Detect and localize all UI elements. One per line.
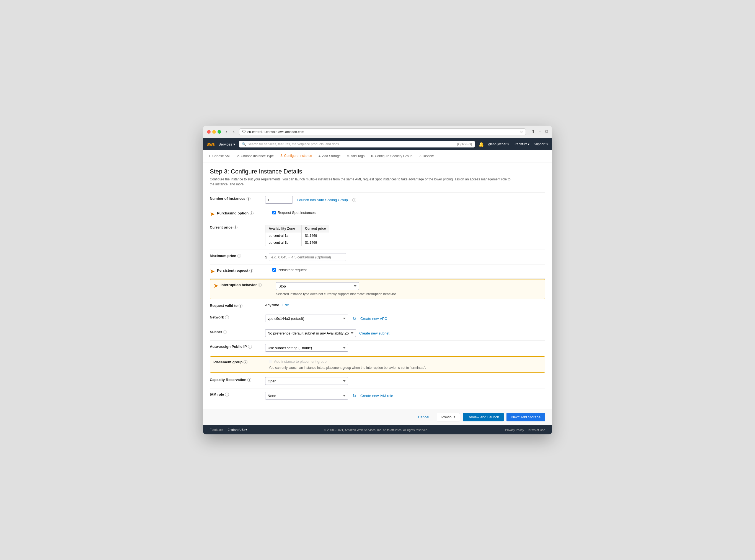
bell-icon[interactable]: 🔔 <box>478 142 484 147</box>
subnet-select[interactable]: No preference (default subnet in any Ava… <box>265 329 356 337</box>
az-value-1: eu-central-1a <box>265 233 301 239</box>
launch-asg-info-icon[interactable]: i <box>352 198 356 202</box>
spot-instances-checkbox-label[interactable]: Request Spot instances <box>272 211 316 215</box>
network-value-col: vpc-c9c144a3 (default) ↻ Create new VPC <box>265 315 545 322</box>
auto-assign-ip-row: Auto-assign Public IP i Use subnet setti… <box>210 341 545 355</box>
user-menu[interactable]: glenn.jocher ▾ <box>489 142 509 146</box>
step-4[interactable]: 4. Add Storage <box>319 153 340 159</box>
region-menu[interactable]: Frankfurt ▾ <box>513 142 529 146</box>
iam-role-info-icon[interactable]: i <box>225 393 229 397</box>
max-price-row: Maximum price i $ <box>210 250 545 264</box>
address-bar[interactable]: 🛡 eu-central-1.console.aws.amazon.com ↻ <box>239 128 526 135</box>
purchasing-option-value-col: Request Spot instances <box>272 211 545 215</box>
network-info-icon[interactable]: i <box>225 315 229 319</box>
placement-group-warning-text: You can only launch an instance into a p… <box>269 366 426 369</box>
purchasing-option-label: Purchasing option i <box>217 211 272 215</box>
auto-assign-ip-select[interactable]: Use subnet setting (Enable) Enable Disab… <box>265 344 348 352</box>
capacity-reservation-info-icon[interactable]: i <box>247 378 251 382</box>
placement-group-checkbox-label[interactable]: Add instance to placement group <box>269 359 326 363</box>
iam-role-row: IAM role i None ↻ Create new IAM role <box>210 388 545 403</box>
num-instances-label: Number of instances i <box>210 196 265 201</box>
subnet-row: Subnet i No preference (default subnet i… <box>210 326 545 341</box>
new-tab-icon[interactable]: ＋ <box>538 129 542 135</box>
refresh-iam-icon[interactable]: ↻ <box>352 393 357 398</box>
interruption-behavior-info-icon[interactable]: i <box>258 283 262 287</box>
interruption-behavior-select[interactable]: Stop Terminate Hibernate <box>276 282 359 290</box>
step-6[interactable]: 6. Configure Security Group <box>371 153 412 159</box>
auto-assign-ip-value-col: Use subnet setting (Enable) Enable Disab… <box>265 344 545 352</box>
step-1[interactable]: 1. Choose AMI <box>209 153 231 159</box>
step-7[interactable]: 7. Review <box>419 153 434 159</box>
max-price-info-icon[interactable]: i <box>237 254 241 258</box>
edit-link[interactable]: Edit <box>282 303 289 307</box>
forward-button[interactable]: › <box>231 129 236 135</box>
share-icon[interactable]: ⬆ <box>531 129 535 135</box>
form-section: Number of instances i Launch into Auto S… <box>210 192 545 403</box>
privacy-link[interactable]: Privacy Policy <box>505 428 524 432</box>
maximize-button[interactable] <box>218 130 221 134</box>
url-text: eu-central-1.console.aws.amazon.com <box>247 130 304 134</box>
traffic-lights <box>207 130 221 134</box>
interruption-arrow-icon: ➤ <box>213 282 218 289</box>
step-3[interactable]: 3. Configure Instance <box>280 153 312 159</box>
feedback-link[interactable]: Feedback <box>210 428 223 432</box>
num-instances-info-icon[interactable]: i <box>246 197 251 201</box>
footer-right: Privacy Policy Terms of Use <box>505 428 545 432</box>
support-menu[interactable]: Support ▾ <box>534 142 548 146</box>
network-select[interactable]: vpc-c9c144a3 (default) <box>265 315 348 322</box>
iam-role-select[interactable]: None <box>265 392 348 400</box>
num-instances-input[interactable] <box>265 196 293 204</box>
purchasing-option-info-icon[interactable]: i <box>250 212 254 215</box>
aws-search-bar[interactable]: 🔍 Search for services, features, marketp… <box>239 141 474 147</box>
request-valid-value-col: Any time Edit <box>265 303 545 307</box>
previous-button[interactable]: Previous <box>437 413 460 421</box>
capacity-reservation-select[interactable]: Open <box>265 377 348 385</box>
step-2[interactable]: 2. Choose Instance Type <box>237 153 274 159</box>
review-launch-button[interactable]: Review and Launch <box>463 413 504 421</box>
launch-asg-link[interactable]: Launch into Auto Scaling Group <box>297 198 348 202</box>
interruption-behavior-label: Interruption behavior i <box>221 282 276 287</box>
request-valid-info-icon[interactable]: i <box>239 304 242 308</box>
terms-link[interactable]: Terms of Use <box>527 428 545 432</box>
create-subnet-link[interactable]: Create new subnet <box>359 331 390 335</box>
create-iam-link[interactable]: Create new IAM role <box>360 394 393 398</box>
refresh-vpc-icon[interactable]: ↻ <box>352 316 357 321</box>
windows-icon[interactable]: ⧉ <box>545 129 548 135</box>
current-price-value-col: Availability Zone Current price eu-centr… <box>265 225 545 246</box>
num-instances-row: Number of instances i Launch into Auto S… <box>210 193 545 207</box>
az-value-2: eu-central-1b <box>265 239 301 246</box>
max-price-input[interactable] <box>269 253 346 261</box>
persistent-request-info-icon[interactable]: i <box>250 269 253 273</box>
persistent-checkbox[interactable] <box>272 268 276 272</box>
max-price-label: Maximum price i <box>210 253 265 258</box>
browser-window: ‹ › 🛡 eu-central-1.console.aws.amazon.co… <box>203 126 552 434</box>
subnet-info-icon[interactable]: i <box>223 330 227 334</box>
interruption-warning-text: Selected instance type does not currentl… <box>276 292 397 296</box>
max-price-value-col: $ <box>265 253 545 261</box>
persistent-checkbox-label[interactable]: Persistent request <box>272 268 307 272</box>
steps-bar: 1. Choose AMI 2. Choose Instance Type 3.… <box>203 150 552 162</box>
price-row-1: eu-central-1a $1.1469 <box>265 233 329 239</box>
persistent-arrow-icon: ➤ <box>210 268 215 275</box>
services-menu[interactable]: Services ▾ <box>218 142 235 146</box>
create-vpc-link[interactable]: Create new VPC <box>360 317 387 321</box>
next-storage-button[interactable]: Next: Add Storage <box>506 413 545 421</box>
back-button[interactable]: ‹ <box>224 129 229 135</box>
language-selector[interactable]: English (US) ▾ <box>227 428 247 432</box>
cancel-button[interactable]: Cancel <box>413 413 434 421</box>
refresh-icon[interactable]: ↻ <box>520 130 523 134</box>
minimize-button[interactable] <box>212 130 216 134</box>
step-5[interactable]: 5. Add Tags <box>347 153 365 159</box>
num-instances-value-col: Launch into Auto Scaling Group i <box>265 196 545 204</box>
auto-assign-ip-info-icon[interactable]: i <box>248 345 252 348</box>
persistent-checkbox-text: Persistent request <box>278 268 307 272</box>
close-button[interactable] <box>207 130 211 134</box>
placement-group-value-col: Add instance to placement group You can … <box>269 359 542 369</box>
spot-instances-checkbox[interactable] <box>272 211 276 215</box>
placement-group-info-icon[interactable]: i <box>243 360 247 364</box>
current-price-info-icon[interactable]: i <box>234 225 237 229</box>
price-table: Availability Zone Current price eu-centr… <box>265 225 329 246</box>
placement-group-checkbox[interactable] <box>269 360 272 363</box>
browser-titlebar: ‹ › 🛡 eu-central-1.console.aws.amazon.co… <box>203 126 552 138</box>
subnet-value-col: No preference (default subnet in any Ava… <box>265 329 545 337</box>
